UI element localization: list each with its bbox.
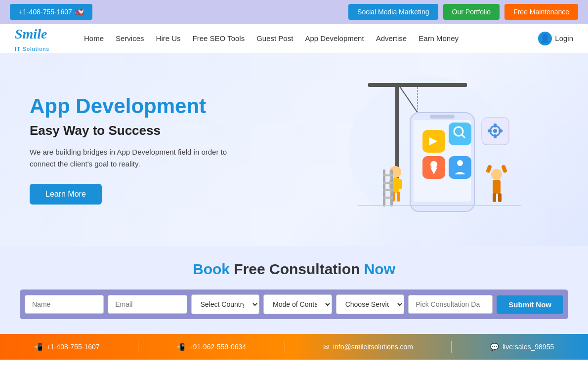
svg-rect-13 bbox=[449, 123, 471, 145]
svg-point-40 bbox=[491, 169, 502, 180]
whatsapp-icon-2: 📲 bbox=[176, 343, 185, 351]
nav-advertise[interactable]: Advertise bbox=[376, 34, 407, 42]
country-select[interactable]: Select Country USA UK India Canada bbox=[191, 294, 260, 314]
top-bar-left: +1-408-755-1607 🇺🇸 bbox=[10, 4, 92, 20]
hero-image bbox=[287, 73, 558, 226]
svg-rect-25 bbox=[494, 134, 497, 138]
learn-more-button[interactable]: Learn More bbox=[30, 184, 102, 205]
consultation-section: Book Free Consultation Now Select Countr… bbox=[0, 246, 588, 334]
footer-skype: 💬 live:sales_98955 bbox=[490, 343, 554, 351]
svg-rect-44 bbox=[493, 193, 496, 202]
logo-link[interactable]: Smile IT Solutions bbox=[15, 25, 64, 52]
footer-phone2: 📲 +91-962-559-0634 bbox=[176, 343, 246, 351]
name-input[interactable] bbox=[25, 295, 104, 314]
nav-app-dev[interactable]: App Development bbox=[305, 34, 364, 42]
contact-mode-select[interactable]: Mode of Contact Phone Email Skype bbox=[263, 294, 332, 314]
svg-point-23 bbox=[493, 129, 497, 133]
svg-rect-10 bbox=[430, 115, 455, 119]
footer-skype-text: live:sales_98955 bbox=[503, 343, 554, 351]
portfolio-button[interactable]: Our Portfolio bbox=[443, 4, 500, 20]
social-media-button[interactable]: Social Media Marketing bbox=[348, 4, 438, 20]
footer-phone2-text: +91-962-559-0634 bbox=[189, 343, 246, 351]
hero-section: App Development Easy Way to Success We a… bbox=[0, 53, 588, 246]
login-button[interactable]: 👤 Login bbox=[538, 32, 573, 45]
skype-icon: 💬 bbox=[490, 343, 499, 351]
hero-subtitle: Easy Way to Success bbox=[30, 123, 287, 138]
footer-phone1-text: +1-408-755-1607 bbox=[46, 343, 100, 351]
footer-divider-3 bbox=[451, 341, 452, 353]
consultation-title: Book Free Consultation Now bbox=[20, 261, 568, 278]
hero-title: App Development bbox=[30, 95, 287, 118]
hero-description: We are building bridges in App Developme… bbox=[30, 146, 242, 170]
footer-divider-2 bbox=[285, 341, 285, 353]
service-select[interactable]: Choose Service App Development SEO Socia… bbox=[336, 294, 405, 314]
title-middle: Free Consultation bbox=[234, 261, 364, 277]
consultation-form: Select Country USA UK India Canada Mode … bbox=[20, 289, 568, 319]
svg-rect-24 bbox=[494, 124, 497, 127]
nav-services[interactable]: Services bbox=[116, 34, 144, 42]
svg-rect-45 bbox=[498, 193, 502, 202]
svg-rect-36 bbox=[383, 174, 393, 176]
svg-rect-41 bbox=[493, 180, 501, 194]
nav-guest-post[interactable]: Guest Post bbox=[256, 34, 293, 42]
logo-subtitle: IT Solutions bbox=[15, 46, 49, 52]
nav-earn-money[interactable]: Earn Money bbox=[419, 34, 459, 42]
nav-seo-tools[interactable]: Free SEO Tools bbox=[193, 34, 245, 42]
svg-rect-38 bbox=[383, 189, 393, 191]
svg-rect-33 bbox=[397, 192, 400, 202]
maintenance-button[interactable]: Free Maintenance bbox=[504, 4, 578, 20]
svg-point-17 bbox=[430, 161, 437, 168]
whatsapp-icon-1: 📲 bbox=[34, 343, 42, 351]
footer-email: ✉ info@smileitsolutions.com bbox=[323, 343, 413, 351]
top-bar-right: Social Media Marketing Our Portfolio Fre… bbox=[348, 4, 578, 20]
svg-rect-31 bbox=[397, 179, 402, 189]
svg-rect-26 bbox=[488, 129, 492, 132]
hero-illustration bbox=[319, 73, 526, 226]
footer-phone1: 📲 +1-408-755-1607 bbox=[34, 343, 100, 351]
phone-button[interactable]: +1-408-755-1607 🇺🇸 bbox=[10, 4, 92, 20]
svg-rect-19 bbox=[449, 156, 471, 179]
nav-links: Home Services Hire Us Free SEO Tools Gue… bbox=[84, 34, 538, 43]
logo-image: Smile bbox=[15, 25, 64, 46]
nav-hire-us[interactable]: Hire Us bbox=[156, 34, 181, 42]
svg-point-20 bbox=[457, 160, 463, 166]
hero-content: App Development Easy Way to Success We a… bbox=[30, 95, 287, 204]
date-input[interactable] bbox=[408, 295, 493, 314]
svg-rect-39 bbox=[383, 197, 393, 199]
email-icon: ✉ bbox=[323, 343, 329, 351]
top-bar: +1-408-755-1607 🇺🇸 Social Media Marketin… bbox=[0, 0, 588, 24]
phone-number: +1-408-755-1607 bbox=[19, 8, 72, 16]
title-book: Book bbox=[193, 261, 230, 277]
login-icon: 👤 bbox=[538, 32, 552, 45]
nav-home[interactable]: Home bbox=[84, 34, 104, 42]
email-input[interactable] bbox=[108, 295, 187, 314]
flag-icon: 🇺🇸 bbox=[75, 8, 84, 16]
title-now: Now bbox=[364, 261, 395, 277]
svg-text:Smile: Smile bbox=[15, 26, 47, 41]
navbar: Smile IT Solutions Home Services Hire Us… bbox=[0, 24, 588, 53]
footer-bar: 📲 +1-408-755-1607 📲 +91-962-559-0634 ✉ i… bbox=[0, 334, 588, 360]
svg-rect-37 bbox=[383, 182, 393, 184]
submit-button[interactable]: Submit Now bbox=[497, 295, 563, 314]
footer-divider-1 bbox=[138, 341, 138, 353]
footer-email-text: info@smileitsolutions.com bbox=[333, 343, 413, 351]
login-label: Login bbox=[555, 34, 573, 42]
svg-rect-27 bbox=[499, 129, 503, 132]
